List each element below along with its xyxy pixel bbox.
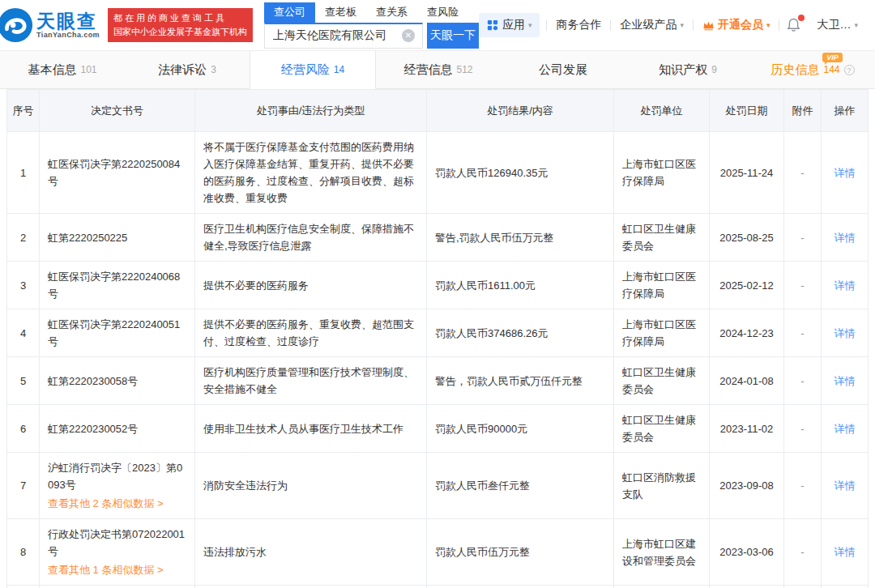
table-row: 1 虹医保罚决字第2220250084号 将不属于医疗保障基金支付范围的医药费用… [7, 132, 869, 214]
detail-link[interactable]: 详情 [834, 279, 856, 292]
search-tab-company[interactable]: 查公司 [264, 2, 315, 23]
search-tab-risk[interactable]: 查风险 [417, 2, 468, 23]
search-button[interactable]: 天眼一下 [427, 23, 479, 49]
eye-logo-icon [0, 6, 34, 44]
apps-label: 应用 [502, 18, 525, 32]
attachment: - [784, 309, 822, 357]
table-row: 8 行政处罚决定书第072022001号查看其他 1 条相似数据 > 违法排放污… [7, 519, 869, 586]
help-icon[interactable]: ? [844, 65, 855, 75]
penalty-table: 序号 决定文书号 处罚事由/违法行为类型 处罚结果/内容 处罚单位 处罚日期 附… [6, 89, 869, 588]
search-tabs: 查公司 查老板 查关系 查风险 [264, 2, 479, 23]
penalty-date: 2025-02-12 [710, 262, 784, 309]
table-row: 7 沪虹消行罚决字〔2023〕第0093号查看其他 2 条相似数据 > 消防安全… [7, 453, 869, 519]
attachment: - [784, 132, 822, 214]
table-row: 2 虹第2220250225 医疗卫生机构医疗信息安全制度、保障措施不健全,导致… [7, 214, 869, 262]
table-row: 3 虹医保罚决字第2220240068号 提供不必要的医药服务 罚款人民币161… [7, 262, 869, 309]
penalty-date: 2023-11-02 [710, 405, 784, 453]
doc-number: 行政处罚决定书第072022001号 [48, 526, 186, 560]
attachment: - [784, 405, 822, 453]
col-date: 处罚日期 [710, 90, 784, 132]
tab-intellectual-property[interactable]: 知识产权 9 [625, 51, 750, 88]
similar-data-link[interactable]: 查看其他 2 条相似数据 > [48, 495, 186, 512]
attachment: - [784, 357, 822, 405]
penalty-unit: 上海市虹口区医疗保障局 [614, 262, 710, 309]
penalty-date: 2025-08-25 [710, 214, 784, 262]
attachment: - [784, 214, 822, 262]
tab-company-development[interactable]: 公司发展 [501, 51, 625, 88]
penalty-reason: 消防安全违法行为 [195, 453, 427, 519]
detail-link[interactable]: 详情 [834, 546, 856, 558]
detail-link[interactable]: 详情 [834, 232, 856, 244]
penalty-reason: 提供不必要的医药服务、重复收费、超范围支付、过度检查、过度诊疗 [195, 309, 427, 357]
detail-link[interactable]: 详情 [834, 375, 856, 387]
detail-link[interactable]: 详情 [834, 327, 856, 339]
enterprise-product-menu[interactable]: 企业级产品 ▾ [611, 18, 693, 32]
search-area: 查公司 查老板 查关系 查风险 ✕ 天眼一下 [264, 2, 479, 49]
tab-business-info[interactable]: 经营信息 512 [376, 51, 501, 88]
penalty-reason: 违法排放污水 [195, 519, 427, 586]
penalty-unit: 虹口区消防救援支队 [614, 453, 710, 519]
attachment: - [784, 519, 822, 586]
penalty-reason: 医疗卫生机构医疗信息安全制度、保障措施不健全,导致医疗信息泄露 [195, 214, 427, 262]
similar-data-link[interactable]: 查看其他 1 条相似数据 > [48, 561, 186, 578]
logo-domain: TianYanCha.com [36, 31, 100, 39]
col-action: 操作 [822, 90, 869, 132]
attachment: - [784, 262, 822, 309]
table-row: 4 虹医保罚决字第2220240051号 提供不必要的医药服务、重复收费、超范围… [7, 309, 869, 357]
top-header: 天眼查 TianYanCha.com 都在用的商业查询工具 国家中小企业发展子基… [0, 0, 875, 50]
penalty-unit: 上海市虹口区医疗保障局 [614, 309, 710, 357]
search-input[interactable] [265, 24, 422, 48]
clear-icon[interactable]: ✕ [402, 29, 415, 42]
penalty-unit: 上海市虹口区建设和管理委员会 [614, 519, 710, 586]
tab-business-risk[interactable]: 经营风险 14 [250, 51, 376, 89]
doc-number: 虹第2220250225 [48, 229, 186, 246]
detail-link[interactable]: 详情 [834, 479, 856, 492]
penalty-result: 罚款人民币叁仟元整 [427, 453, 614, 519]
chevron-down-icon: ▾ [766, 21, 770, 29]
tianyancha-logo[interactable]: 天眼查 TianYanCha.com [0, 6, 100, 44]
penalty-result: 罚款人民币1611.00元 [427, 262, 614, 309]
tab-legal-proceedings[interactable]: 法律诉讼 3 [125, 51, 250, 88]
notification-bell[interactable] [779, 18, 808, 32]
tab-history-info[interactable]: VIP 历史信息 144 ? [750, 51, 875, 88]
user-account-menu[interactable]: 大卫… ▾ [808, 18, 867, 32]
col-attachment: 附件 [784, 90, 822, 132]
table-row: 9 沪第2220220032号 使用未取得抗菌药物处方权的医师或者使用被取消抗菌… [7, 586, 869, 588]
header-menu: 应用 ▾ 商务合作 企业级产品 ▾ 开通会员 ▾ 大 [479, 13, 867, 37]
penalty-date: 2024-01-08 [710, 357, 784, 405]
business-cooperation-link[interactable]: 商务合作 [547, 18, 610, 32]
vip-badge: VIP [822, 53, 843, 62]
doc-number: 虹医保罚决字第2220240068号 [48, 268, 186, 302]
search-tab-relation[interactable]: 查关系 [366, 2, 417, 23]
penalty-result: 罚款人民币374686.26元 [427, 309, 614, 357]
col-index: 序号 [7, 90, 40, 132]
detail-link[interactable]: 详情 [834, 167, 856, 179]
penalty-reason: 提供不必要的医药服务 [195, 262, 427, 309]
slogan-line2: 国家中小企业发展子基金旗下机构 [113, 25, 247, 39]
chevron-down-icon: ▾ [854, 21, 858, 29]
brand-slogan-badge: 都在用的商业查询工具 国家中小企业发展子基金旗下机构 [108, 8, 253, 42]
crown-icon [702, 20, 715, 31]
detail-link[interactable]: 详情 [834, 423, 856, 435]
penalty-unit: 上海市虹口区医疗保障局 [614, 132, 710, 214]
col-doc-number: 决定文书号 [40, 90, 195, 132]
logo-title: 天眼查 [36, 11, 100, 31]
apps-menu[interactable]: 应用 ▾ [479, 13, 540, 37]
penalty-unit: 虹口区卫生健康委员会 [614, 357, 710, 405]
col-unit: 处罚单位 [614, 90, 710, 132]
doc-number: 虹第2220230058号 [48, 373, 186, 390]
attachment: - [784, 586, 822, 588]
doc-number: 虹医保罚决字第2220240051号 [48, 316, 186, 350]
attachment: - [784, 453, 822, 519]
penalty-unit: 虹口区卫生健康委员会 [614, 214, 710, 262]
col-reason: 处罚事由/违法行为类型 [195, 90, 427, 132]
doc-number: 虹第2220230052号 [48, 420, 186, 437]
penalty-date: 2024-12-23 [710, 309, 784, 357]
search-tab-boss[interactable]: 查老板 [315, 2, 366, 23]
open-membership-menu[interactable]: 开通会员 ▾ [694, 18, 779, 32]
table-row: 5 虹第2220230058号 医疗机构医疗质量管理和医疗技术管理制度、安全措施… [7, 357, 869, 405]
doc-number: 沪虹消行罚决字〔2023〕第0093号 [48, 459, 186, 493]
penalty-unit: 上海市卫生健康委员会 [614, 586, 710, 588]
tab-basic-info[interactable]: 基本信息 101 [0, 51, 125, 88]
penalty-reason: 医疗机构医疗质量管理和医疗技术管理制度、安全措施不健全 [195, 357, 427, 405]
